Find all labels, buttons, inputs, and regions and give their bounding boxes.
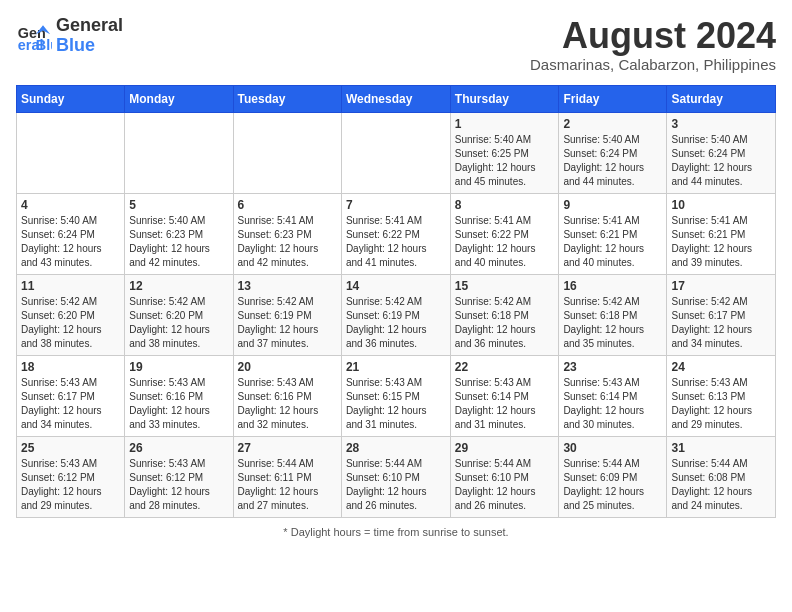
calendar-cell: 28Sunrise: 5:44 AM Sunset: 6:10 PM Dayli… [341,436,450,517]
calendar-table: SundayMondayTuesdayWednesdayThursdayFrid… [16,85,776,518]
day-detail: Sunrise: 5:41 AM Sunset: 6:21 PM Dayligh… [671,214,771,270]
logo-blue-text: Blue [56,36,123,56]
calendar-cell: 8Sunrise: 5:41 AM Sunset: 6:22 PM Daylig… [450,193,559,274]
calendar-cell [233,112,341,193]
day-number: 31 [671,441,771,455]
day-number: 8 [455,198,555,212]
day-number: 2 [563,117,662,131]
calendar-cell: 3Sunrise: 5:40 AM Sunset: 6:24 PM Daylig… [667,112,776,193]
day-number: 9 [563,198,662,212]
day-detail: Sunrise: 5:41 AM Sunset: 6:21 PM Dayligh… [563,214,662,270]
logo-text: General Blue [56,16,123,56]
day-number: 22 [455,360,555,374]
day-number: 3 [671,117,771,131]
day-header-tuesday: Tuesday [233,85,341,112]
calendar-cell: 19Sunrise: 5:43 AM Sunset: 6:16 PM Dayli… [125,355,233,436]
calendar-cell: 27Sunrise: 5:44 AM Sunset: 6:11 PM Dayli… [233,436,341,517]
day-detail: Sunrise: 5:43 AM Sunset: 6:12 PM Dayligh… [129,457,228,513]
day-number: 12 [129,279,228,293]
day-number: 17 [671,279,771,293]
day-number: 30 [563,441,662,455]
day-number: 28 [346,441,446,455]
calendar-cell: 7Sunrise: 5:41 AM Sunset: 6:22 PM Daylig… [341,193,450,274]
day-detail: Sunrise: 5:42 AM Sunset: 6:20 PM Dayligh… [21,295,120,351]
calendar-cell: 21Sunrise: 5:43 AM Sunset: 6:15 PM Dayli… [341,355,450,436]
day-detail: Sunrise: 5:44 AM Sunset: 6:10 PM Dayligh… [346,457,446,513]
day-number: 6 [238,198,337,212]
day-detail: Sunrise: 5:43 AM Sunset: 6:14 PM Dayligh… [455,376,555,432]
day-header-monday: Monday [125,85,233,112]
week-row-3: 18Sunrise: 5:43 AM Sunset: 6:17 PM Dayli… [17,355,776,436]
week-row-2: 11Sunrise: 5:42 AM Sunset: 6:20 PM Dayli… [17,274,776,355]
calendar-cell: 13Sunrise: 5:42 AM Sunset: 6:19 PM Dayli… [233,274,341,355]
day-number: 24 [671,360,771,374]
day-detail: Sunrise: 5:44 AM Sunset: 6:09 PM Dayligh… [563,457,662,513]
logo-icon: Gen eral Blue [16,18,52,54]
calendar-cell: 10Sunrise: 5:41 AM Sunset: 6:21 PM Dayli… [667,193,776,274]
day-number: 15 [455,279,555,293]
calendar-cell: 26Sunrise: 5:43 AM Sunset: 6:12 PM Dayli… [125,436,233,517]
day-detail: Sunrise: 5:44 AM Sunset: 6:11 PM Dayligh… [238,457,337,513]
day-number: 13 [238,279,337,293]
day-detail: Sunrise: 5:41 AM Sunset: 6:23 PM Dayligh… [238,214,337,270]
day-detail: Sunrise: 5:40 AM Sunset: 6:24 PM Dayligh… [671,133,771,189]
calendar-cell: 1Sunrise: 5:40 AM Sunset: 6:25 PM Daylig… [450,112,559,193]
day-number: 11 [21,279,120,293]
day-header-friday: Friday [559,85,667,112]
day-detail: Sunrise: 5:42 AM Sunset: 6:18 PM Dayligh… [563,295,662,351]
day-detail: Sunrise: 5:42 AM Sunset: 6:20 PM Dayligh… [129,295,228,351]
week-row-4: 25Sunrise: 5:43 AM Sunset: 6:12 PM Dayli… [17,436,776,517]
calendar-cell: 15Sunrise: 5:42 AM Sunset: 6:18 PM Dayli… [450,274,559,355]
calendar-cell: 12Sunrise: 5:42 AM Sunset: 6:20 PM Dayli… [125,274,233,355]
day-detail: Sunrise: 5:40 AM Sunset: 6:23 PM Dayligh… [129,214,228,270]
calendar-cell: 6Sunrise: 5:41 AM Sunset: 6:23 PM Daylig… [233,193,341,274]
day-detail: Sunrise: 5:41 AM Sunset: 6:22 PM Dayligh… [455,214,555,270]
calendar-cell: 9Sunrise: 5:41 AM Sunset: 6:21 PM Daylig… [559,193,667,274]
days-header-row: SundayMondayTuesdayWednesdayThursdayFrid… [17,85,776,112]
title-section: August 2024 Dasmarinas, Calabarzon, Phil… [530,16,776,73]
day-detail: Sunrise: 5:44 AM Sunset: 6:08 PM Dayligh… [671,457,771,513]
day-detail: Sunrise: 5:42 AM Sunset: 6:19 PM Dayligh… [346,295,446,351]
day-detail: Sunrise: 5:42 AM Sunset: 6:18 PM Dayligh… [455,295,555,351]
calendar-cell: 18Sunrise: 5:43 AM Sunset: 6:17 PM Dayli… [17,355,125,436]
day-number: 7 [346,198,446,212]
day-detail: Sunrise: 5:41 AM Sunset: 6:22 PM Dayligh… [346,214,446,270]
day-number: 10 [671,198,771,212]
calendar-cell: 20Sunrise: 5:43 AM Sunset: 6:16 PM Dayli… [233,355,341,436]
day-detail: Sunrise: 5:40 AM Sunset: 6:24 PM Dayligh… [563,133,662,189]
calendar-cell: 30Sunrise: 5:44 AM Sunset: 6:09 PM Dayli… [559,436,667,517]
header: Gen eral Blue General Blue August 2024 D… [16,16,776,73]
calendar-cell: 29Sunrise: 5:44 AM Sunset: 6:10 PM Dayli… [450,436,559,517]
day-detail: Sunrise: 5:40 AM Sunset: 6:24 PM Dayligh… [21,214,120,270]
day-header-wednesday: Wednesday [341,85,450,112]
day-number: 25 [21,441,120,455]
day-number: 14 [346,279,446,293]
calendar-cell: 16Sunrise: 5:42 AM Sunset: 6:18 PM Dayli… [559,274,667,355]
day-header-thursday: Thursday [450,85,559,112]
day-detail: Sunrise: 5:43 AM Sunset: 6:17 PM Dayligh… [21,376,120,432]
calendar-cell [341,112,450,193]
week-row-1: 4Sunrise: 5:40 AM Sunset: 6:24 PM Daylig… [17,193,776,274]
calendar-cell: 2Sunrise: 5:40 AM Sunset: 6:24 PM Daylig… [559,112,667,193]
calendar-cell: 25Sunrise: 5:43 AM Sunset: 6:12 PM Dayli… [17,436,125,517]
day-number: 23 [563,360,662,374]
day-detail: Sunrise: 5:43 AM Sunset: 6:16 PM Dayligh… [129,376,228,432]
calendar-cell: 22Sunrise: 5:43 AM Sunset: 6:14 PM Dayli… [450,355,559,436]
day-number: 29 [455,441,555,455]
calendar-cell: 4Sunrise: 5:40 AM Sunset: 6:24 PM Daylig… [17,193,125,274]
day-detail: Sunrise: 5:43 AM Sunset: 6:16 PM Dayligh… [238,376,337,432]
calendar-cell: 31Sunrise: 5:44 AM Sunset: 6:08 PM Dayli… [667,436,776,517]
day-detail: Sunrise: 5:42 AM Sunset: 6:17 PM Dayligh… [671,295,771,351]
calendar-cell: 11Sunrise: 5:42 AM Sunset: 6:20 PM Dayli… [17,274,125,355]
day-detail: Sunrise: 5:44 AM Sunset: 6:10 PM Dayligh… [455,457,555,513]
day-number: 16 [563,279,662,293]
day-number: 18 [21,360,120,374]
week-row-0: 1Sunrise: 5:40 AM Sunset: 6:25 PM Daylig… [17,112,776,193]
calendar-cell: 23Sunrise: 5:43 AM Sunset: 6:14 PM Dayli… [559,355,667,436]
calendar-cell: 24Sunrise: 5:43 AM Sunset: 6:13 PM Dayli… [667,355,776,436]
day-detail: Sunrise: 5:43 AM Sunset: 6:14 PM Dayligh… [563,376,662,432]
day-detail: Sunrise: 5:40 AM Sunset: 6:25 PM Dayligh… [455,133,555,189]
logo-general-text: General [56,16,123,36]
day-detail: Sunrise: 5:43 AM Sunset: 6:12 PM Dayligh… [21,457,120,513]
day-detail: Sunrise: 5:42 AM Sunset: 6:19 PM Dayligh… [238,295,337,351]
